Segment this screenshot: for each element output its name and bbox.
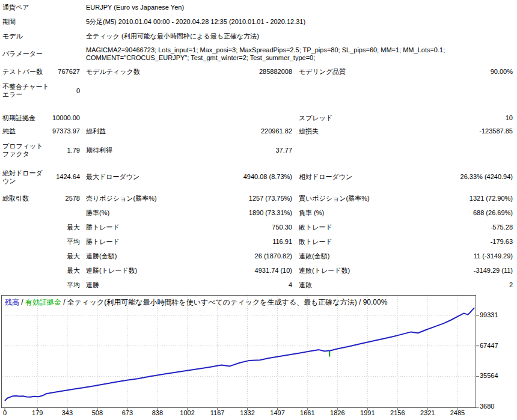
- balance-chart: 残高 / 有効証拠金 / 全ティック(利用可能な最小時間枠を使いすべてのティック…: [0, 295, 517, 420]
- x-axis-label: 1497: [270, 409, 284, 416]
- stat-value: 4: [206, 281, 292, 289]
- stat-label: 最大ドローダウン: [82, 173, 206, 181]
- stat-value: 平均: [49, 281, 82, 289]
- stat-value: 750.30: [206, 224, 292, 231]
- table-row: 期間5分足(M5) 2010.01.04 00:00 - 2020.04.28 …: [0, 14, 517, 29]
- stat-value: 1890 (73.31%): [206, 209, 292, 217]
- x-axis-label: 2485: [450, 409, 465, 416]
- x-axis-label: 508: [92, 409, 103, 416]
- stat-value: 平均: [49, 238, 82, 246]
- table-row: 絶対ドローダウン1424.64最大ドローダウン4940.08 (8.73%)相対…: [0, 163, 517, 191]
- stat-value: 1321 (72.90%): [395, 195, 517, 202]
- table-row: 純益97373.97総利益220961.82総損失-123587.85: [0, 125, 517, 138]
- stat-value: 26.33% (4240.94): [395, 173, 517, 181]
- table-row: 最大連勝(トレード数)4931.74 (10)連敗(トレード数)-3149.29…: [0, 263, 517, 278]
- stat-value: 767627: [49, 68, 82, 76]
- plot-border: [2, 296, 476, 408]
- stat-label: 期間: [0, 18, 49, 26]
- stat-value: 1424.64: [49, 173, 82, 181]
- y-axis-label: 99331: [480, 311, 516, 318]
- stat-value: 4940.08 (8.73%): [206, 173, 292, 181]
- stat-value: 最大: [49, 224, 82, 231]
- y-axis-label: 3680: [480, 403, 516, 410]
- stat-label: 総取引数: [0, 195, 49, 202]
- stat-value: 2: [395, 281, 517, 289]
- table-row: モデル全ティック (利用可能な最小時間枠による最も正確な方法): [0, 29, 517, 43]
- x-axis-label: 1826: [330, 409, 344, 416]
- legend-separator: /: [61, 298, 67, 306]
- stat-label: 絶対ドローダウン: [0, 169, 49, 185]
- x-axis-label: 2156: [390, 409, 405, 416]
- legend-balance-label: 残高: [5, 298, 19, 306]
- balance-curve-plot: [1, 295, 480, 412]
- stat-label: パラメーター: [0, 50, 49, 58]
- stat-value: 285882008: [206, 68, 292, 76]
- legend-model-label: 全ティック(利用可能な最小時間枠を使いすべてのティックを生成する、最も正確な方法…: [67, 298, 357, 306]
- stat-label: 連勝(トレード数): [82, 267, 206, 275]
- table-row: 不整合チャートエラー0: [0, 79, 517, 103]
- stat-label: スプレッド: [292, 114, 395, 122]
- x-axis-label: 673: [122, 409, 133, 416]
- x-axis-label: 179: [32, 409, 43, 416]
- chart-legend: 残高 / 有効証拠金 / 全ティック(利用可能な最小時間枠を使いすべてのティック…: [5, 297, 387, 308]
- stat-label: 相対ドローダウン: [292, 173, 395, 181]
- x-axis-label: 0: [3, 409, 7, 416]
- stat-value: 11 (-3149.29): [395, 252, 517, 260]
- stat-value: 97373.97: [49, 127, 82, 135]
- stat-value: 688 (26.69%): [395, 209, 517, 217]
- stat-label: 総損失: [292, 127, 395, 135]
- table-row: 総取引数2578売りポジション(勝率%)1257 (73.75%)買いポジション…: [0, 191, 517, 205]
- legend-quality-value: 90.00%: [363, 298, 388, 306]
- legend-separator: /: [357, 298, 363, 306]
- stat-label: 勝率(%): [82, 209, 206, 217]
- stat-label: 連敗: [292, 281, 395, 289]
- table-row: 最大連勝(金額)26 (1870.82)連敗(金額)11 (-3149.29): [0, 249, 517, 263]
- stat-label: モデリング品質: [292, 68, 395, 76]
- legend-equity-label: 有効証拠金: [25, 298, 61, 306]
- stat-label: 連敗(金額): [292, 252, 395, 260]
- stat-label: 買いポジション(勝率%): [292, 195, 395, 202]
- table-row: プロフィットファクタ1.79期待利得37.77: [0, 138, 517, 163]
- stat-value: EURJPY (Euro vs Japanese Yen): [82, 4, 517, 11]
- table-row: テストバー数767627モデルティック数285882008モデリング品質90.0…: [0, 64, 517, 79]
- stat-value: 37.77: [206, 147, 292, 154]
- stat-value: 220961.82: [206, 127, 292, 135]
- stat-label: 初期証拠金: [0, 114, 49, 122]
- stat-value: 10000.00: [49, 114, 82, 122]
- table-spacer: [0, 103, 517, 111]
- table-row: 最大勝トレード750.30敗トレード-575.28: [0, 220, 517, 234]
- x-axis-label: 1332: [240, 409, 254, 416]
- stat-value: 5分足(M5) 2010.01.04 00:00 - 2020.04.28 12…: [82, 18, 517, 26]
- stat-value: 2578: [49, 195, 82, 202]
- report-table: 通貨ペアEURJPY (Euro vs Japanese Yen)期間5分足(M…: [0, 0, 517, 292]
- stat-label: 連敗(トレード数): [292, 267, 395, 275]
- stat-label: 連勝: [82, 281, 206, 289]
- stat-label: 純益: [0, 127, 49, 135]
- stat-value: -3149.29 (11): [395, 267, 517, 275]
- stat-value: MAGICMA2=90466723; Lots_input=1; Max_pos…: [82, 46, 517, 62]
- x-axis-label: 1991: [360, 409, 375, 416]
- stat-value: 0: [49, 87, 82, 95]
- table-row: 初期証拠金10000.00スプレッド10: [0, 111, 517, 125]
- y-axis-label: 67447: [480, 342, 516, 349]
- stat-label: 不整合チャートエラー: [0, 83, 49, 99]
- x-axis-label: 2321: [420, 409, 435, 416]
- table-row: 通貨ペアEURJPY (Euro vs Japanese Yen): [0, 0, 517, 14]
- legend-separator: /: [19, 298, 25, 306]
- x-axis-label: 343: [62, 409, 73, 416]
- stat-label: 通貨ペア: [0, 4, 49, 11]
- stat-label: 連勝(金額): [82, 252, 206, 260]
- x-axis-label: 1661: [300, 409, 314, 416]
- stat-value: 4931.74 (10): [206, 267, 292, 275]
- stat-value: -575.28: [395, 224, 517, 231]
- stat-value: 全ティック (利用可能な最小時間枠による最も正確な方法): [82, 32, 517, 40]
- stat-label: 期待利得: [82, 147, 206, 154]
- stat-label: テストバー数: [0, 68, 49, 76]
- stat-value: 最大: [49, 267, 82, 275]
- x-axis-label: 1002: [180, 409, 194, 416]
- stat-value: 116.91: [206, 238, 292, 246]
- stat-value: 最大: [49, 252, 82, 260]
- stat-label: 勝トレード: [82, 238, 206, 246]
- stat-label: 売りポジション(勝率%): [82, 195, 206, 202]
- stat-value: 10: [395, 114, 517, 122]
